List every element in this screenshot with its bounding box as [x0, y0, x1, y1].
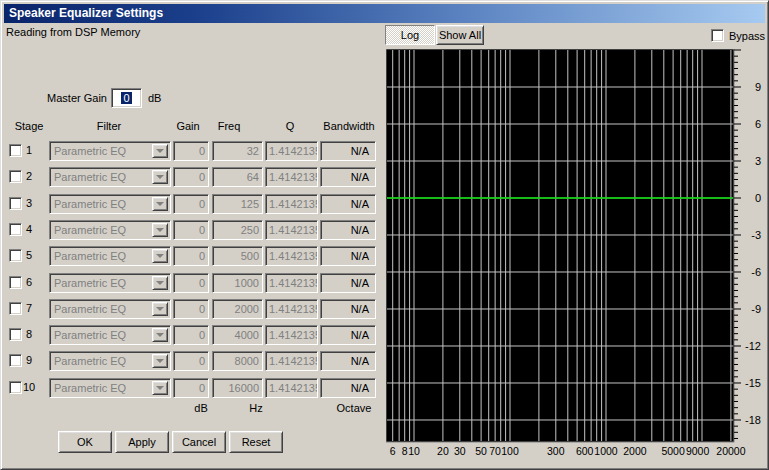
q-field[interactable]: 1.4142135 [265, 194, 318, 214]
dropdown-arrow-button[interactable] [152, 328, 168, 342]
dropdown-arrow-button[interactable] [152, 276, 168, 290]
y-axis-label: -9 [751, 303, 761, 315]
q-field[interactable]: 1.4142135 [265, 220, 318, 240]
bandwidth-field[interactable]: N/A [320, 194, 376, 214]
reset-button[interactable]: Reset [229, 431, 283, 453]
freq-field[interactable]: 64 [212, 167, 263, 187]
gain-field[interactable]: 0 [173, 325, 209, 345]
freq-field[interactable]: 8000 [212, 351, 263, 371]
freq-field[interactable]: 32 [212, 141, 263, 161]
filter-type-dropdown[interactable]: Parametric EQ [49, 299, 171, 319]
bypass-checkbox[interactable] [711, 29, 724, 42]
dropdown-arrow-button[interactable] [152, 144, 168, 158]
freq-field[interactable]: 500 [212, 246, 263, 266]
gain-field[interactable]: 0 [173, 273, 209, 293]
filter-type-dropdown[interactable]: Parametric EQ [49, 246, 171, 266]
master-gain-input[interactable]: 0 [111, 88, 142, 108]
q-field[interactable]: 1.4142135 [265, 273, 318, 293]
freq-field[interactable]: 4000 [212, 325, 263, 345]
gain-field[interactable]: 0 [173, 246, 209, 266]
filter-type-dropdown[interactable]: Parametric EQ [49, 351, 171, 371]
chevron-down-icon [156, 175, 164, 179]
filter-type-dropdown[interactable]: Parametric EQ [49, 378, 171, 398]
x-axis-label: 8 [402, 445, 408, 457]
q-field[interactable]: 1.4142135 [265, 351, 318, 371]
x-axis-label: 600 [576, 445, 594, 457]
bandwidth-field[interactable]: N/A [320, 325, 376, 345]
bandwidth-field[interactable]: N/A [320, 246, 376, 266]
chevron-down-icon [156, 149, 164, 153]
x-axis-label: 20 [437, 445, 449, 457]
bandwidth-field[interactable]: N/A [320, 273, 376, 293]
bandwidth-field[interactable]: N/A [320, 220, 376, 240]
stage-number: 2 [20, 170, 38, 182]
bandwidth-field[interactable]: N/A [320, 141, 376, 161]
filter-type-dropdown[interactable]: Parametric EQ [49, 325, 171, 345]
x-axis-label: 6 [390, 445, 396, 457]
chevron-down-icon [156, 254, 164, 258]
dropdown-arrow-button[interactable] [152, 197, 168, 211]
dropdown-arrow-button[interactable] [152, 354, 168, 368]
filter-type-value: Parametric EQ [54, 171, 126, 183]
freq-field[interactable]: 2000 [212, 299, 263, 319]
x-axis-label: 1000 [594, 445, 618, 457]
eq-response-graph: 9630-3-6-9-12-15-18681020305070100300600… [386, 49, 767, 465]
filter-type-value: Parametric EQ [54, 277, 126, 289]
q-field[interactable]: 1.4142135 [265, 325, 318, 345]
freq-field[interactable]: 1000 [212, 273, 263, 293]
filter-type-dropdown[interactable]: Parametric EQ [49, 194, 171, 214]
dropdown-arrow-button[interactable] [152, 223, 168, 237]
gain-field[interactable]: 0 [173, 194, 209, 214]
filter-type-dropdown[interactable]: Parametric EQ [49, 220, 171, 240]
cancel-button[interactable]: Cancel [172, 431, 226, 453]
gain-field[interactable]: 0 [173, 299, 209, 319]
bandwidth-field[interactable]: N/A [320, 378, 376, 398]
eq-row: 7Parametric EQ020001.4142135N/A [1, 299, 386, 319]
eq-row: 4Parametric EQ02501.4142135N/A [1, 220, 386, 240]
unit-gain: dB [171, 402, 231, 415]
ok-button[interactable]: OK [58, 431, 112, 453]
bandwidth-field[interactable]: N/A [320, 299, 376, 319]
stage-number: 10 [20, 381, 38, 393]
freq-field[interactable]: 250 [212, 220, 263, 240]
dropdown-arrow-button[interactable] [152, 170, 168, 184]
x-axis-label: 2000 [623, 445, 647, 457]
freq-field[interactable]: 16000 [212, 378, 263, 398]
chevron-down-icon [156, 333, 164, 337]
show-all-button[interactable]: Show All [436, 25, 484, 45]
eq-row: 6Parametric EQ010001.4142135N/A [1, 273, 386, 293]
gain-field[interactable]: 0 [173, 167, 209, 187]
q-field[interactable]: 1.4142135 [265, 167, 318, 187]
bandwidth-field[interactable]: N/A [320, 167, 376, 187]
x-axis-label: 10 [408, 445, 420, 457]
bandwidth-field[interactable]: N/A [320, 351, 376, 371]
stage-number: 5 [20, 249, 38, 261]
dropdown-arrow-button[interactable] [152, 249, 168, 263]
log-toggle-button[interactable]: Log [385, 25, 435, 45]
stage-number: 8 [20, 328, 38, 340]
gain-field[interactable]: 0 [173, 220, 209, 240]
gain-field[interactable]: 0 [173, 141, 209, 161]
freq-field[interactable]: 125 [212, 194, 263, 214]
q-field[interactable]: 1.4142135 [265, 246, 318, 266]
chevron-down-icon [156, 359, 164, 363]
filter-type-value: Parametric EQ [54, 224, 126, 236]
header-filter: Filter [79, 120, 139, 133]
q-field[interactable]: 1.4142135 [265, 299, 318, 319]
q-field[interactable]: 1.4142135 [265, 378, 318, 398]
filter-type-dropdown[interactable]: Parametric EQ [49, 141, 171, 161]
filter-type-value: Parametric EQ [54, 355, 126, 367]
filter-type-dropdown[interactable]: Parametric EQ [49, 167, 171, 187]
stage-number: 9 [20, 354, 38, 366]
filter-type-dropdown[interactable]: Parametric EQ [49, 273, 171, 293]
filter-type-value: Parametric EQ [54, 303, 126, 315]
apply-button[interactable]: Apply [115, 431, 169, 453]
title-bar[interactable]: Speaker Equalizer Settings [4, 4, 765, 23]
dropdown-arrow-button[interactable] [152, 381, 168, 395]
gain-field[interactable]: 0 [173, 351, 209, 371]
gain-field[interactable]: 0 [173, 378, 209, 398]
stage-number: 4 [20, 223, 38, 235]
q-field[interactable]: 1.4142135 [265, 141, 318, 161]
dropdown-arrow-button[interactable] [152, 302, 168, 316]
unit-bandwidth: Octave [324, 402, 384, 415]
